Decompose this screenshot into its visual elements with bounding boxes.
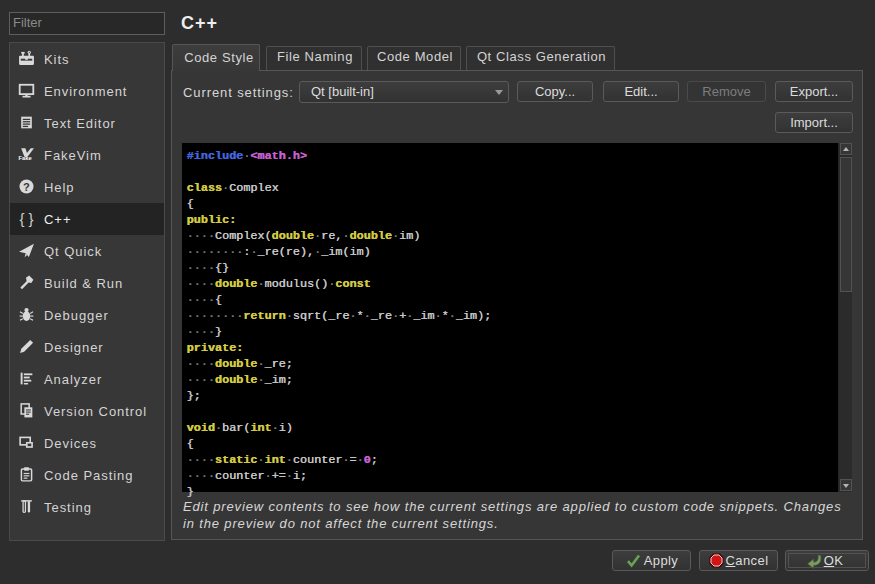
svg-text:{ }: { } [19, 211, 33, 227]
svg-text:?: ? [23, 181, 30, 193]
svg-text:Fake: Fake [19, 155, 32, 161]
